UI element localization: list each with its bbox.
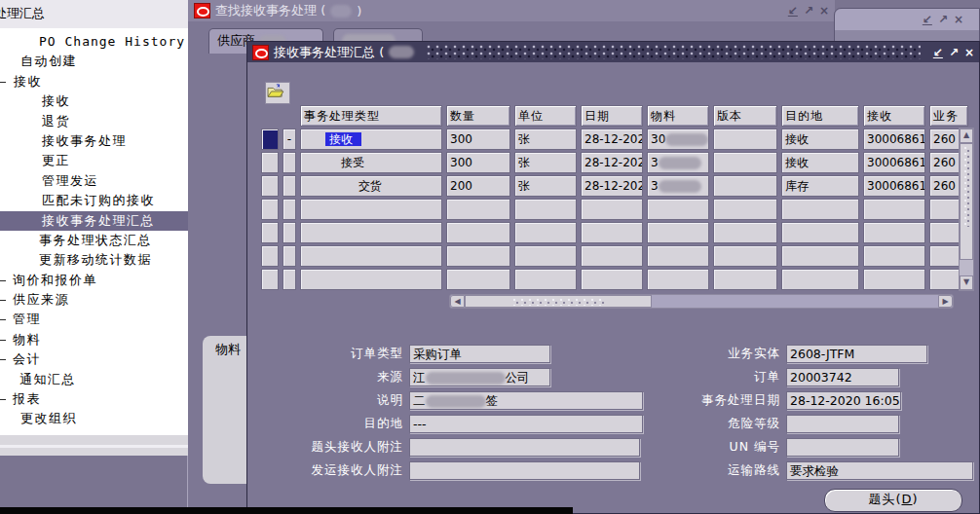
row-selector[interactable] [261,222,279,243]
field-说明[interactable]: 二签 [409,391,643,410]
sidebar-item[interactable]: 物料 [0,330,188,349]
cell-qty[interactable] [446,199,510,220]
cell-uom[interactable]: 张 [514,128,577,150]
cell-date[interactable] [581,199,643,220]
cell-type[interactable] [300,222,442,243]
field-UN 编号[interactable] [786,438,899,457]
cell-dest[interactable]: 接收 [781,152,859,173]
cell-qty[interactable]: 200 [446,175,510,197]
cell-rev[interactable] [713,128,777,150]
cell-type[interactable] [300,199,442,220]
sidebar-item[interactable]: 管理 [0,310,188,329]
sidebar-item[interactable]: 事务处理状态汇总 [0,231,188,250]
horizontal-scrollbar[interactable]: ◀ ▶ [449,294,954,309]
close-icon[interactable]: × [819,5,829,17]
row-expander[interactable] [283,152,296,173]
field-来源[interactable]: 江公司 [409,368,550,386]
cell-qty[interactable] [446,222,510,243]
sidebar-item[interactable]: 接收事务处理汇总 [0,211,188,231]
scroll-down-icon[interactable]: ▼ [960,275,973,290]
field-订单[interactable]: 20003742 [786,368,899,386]
field-事务处理日期[interactable]: 28-12-2020 16:05 [786,391,901,410]
close-icon[interactable]: × [964,47,974,58]
sidebar-item[interactable]: 接收事务处理 [0,131,188,151]
sidebar-item[interactable]: 报表 [0,389,188,409]
cell-qty[interactable] [446,245,510,267]
sidebar-item[interactable]: 自动创建 [0,52,188,71]
sidebar-item[interactable]: 询价和报价单 [0,271,188,290]
cell-item[interactable] [647,245,709,267]
column-header-uom[interactable]: 单位 [514,105,577,127]
field-题头接收人附注[interactable] [409,438,640,457]
cell-date[interactable]: 28-12-202 [581,152,643,173]
cell-dest[interactable] [781,269,859,290]
cell-uom[interactable]: 张 [514,152,577,173]
cell-item[interactable]: 30 [647,128,709,150]
cell-dest[interactable] [781,199,859,220]
cell-date[interactable] [581,222,643,243]
maximize-icon[interactable]: ↗ [949,47,959,58]
minimize-icon[interactable]: ↙ [788,5,798,17]
column-header-type[interactable]: 事务处理类型 [300,105,442,127]
cell-receipt[interactable]: 30006861 [863,152,925,173]
sidebar-item[interactable]: 通知汇总 [0,370,188,389]
cell-receipt[interactable] [863,245,925,267]
cell-rev[interactable] [713,152,777,173]
field-目的地[interactable]: --- [409,415,643,433]
cell-receipt[interactable] [863,222,925,243]
row-selector[interactable] [261,199,279,220]
column-header-rev[interactable]: 版本 [713,105,777,127]
column-header-receipt[interactable]: 接收 [863,105,925,127]
sidebar-item[interactable]: 管理发运 [0,171,188,191]
header-button[interactable]: 题头(D) [824,489,962,512]
row-expander[interactable] [283,245,296,267]
cell-qty[interactable]: 300 [446,128,510,150]
cell-dest[interactable] [781,222,859,243]
sidebar-item[interactable]: 更改组织 [0,409,188,428]
cell-item[interactable] [647,222,709,243]
cell-item[interactable] [647,269,709,290]
minimize-icon[interactable]: ↙ [923,14,932,25]
row-selector[interactable] [261,175,279,197]
cell-item[interactable] [647,199,709,220]
cell-qty[interactable]: 300 [446,152,510,173]
vertical-scrollbar-thumb[interactable] [960,143,973,260]
sidebar-item[interactable]: 接收 [0,72,188,92]
column-header-dest[interactable]: 目的地 [781,105,859,127]
row-selector[interactable] [261,269,279,290]
cell-receipt[interactable]: 30006861 [863,175,925,197]
column-header-org[interactable]: 业务 [929,105,968,127]
cell-rev[interactable] [713,199,777,220]
cell-date[interactable] [581,245,643,267]
row-selector[interactable] [261,152,279,173]
cell-dest[interactable] [781,245,859,267]
cell-item[interactable]: 3 [647,175,709,197]
cell-rev[interactable] [713,269,777,290]
row-expander[interactable]: - [283,128,296,150]
sidebar-item[interactable]: 供应来源 [0,290,188,310]
cell-date[interactable]: 28-12-202 [581,175,643,197]
row-expander[interactable] [283,269,296,290]
cell-type[interactable]: 接受 [300,152,442,173]
cell-dest[interactable]: 库存 [781,175,859,197]
cell-uom[interactable] [514,245,577,267]
scroll-up-icon[interactable]: ▲ [960,128,973,143]
row-expander[interactable] [283,199,296,220]
cell-qty[interactable] [446,269,510,290]
summary-window-titlebar[interactable]: 接收事务处理汇总 ( ↙ ↗ × [247,42,979,62]
field-运输路线[interactable]: 要求检验 [786,461,973,480]
cell-uom[interactable] [514,269,577,290]
row-expander[interactable] [283,222,296,243]
row-selector[interactable] [261,245,279,267]
find-window-titlebar[interactable]: 查找接收事务处理 ( ) ↙ ↗ × [188,0,835,21]
maximize-icon[interactable]: ↗ [804,5,813,17]
cell-dest[interactable]: 接收 [781,128,859,150]
sidebar-item[interactable]: 匹配未订购的接收 [0,191,188,210]
cell-receipt[interactable]: 30006861 [863,128,925,150]
cell-uom[interactable] [514,222,577,243]
vertical-scrollbar[interactable]: ▲ ▼ [959,128,974,291]
cell-type[interactable]: 接收 [300,128,442,150]
column-header-date[interactable]: 日期 [581,105,643,127]
minimize-icon[interactable]: ↙ [933,47,943,58]
field-危险等级[interactable] [786,415,899,433]
